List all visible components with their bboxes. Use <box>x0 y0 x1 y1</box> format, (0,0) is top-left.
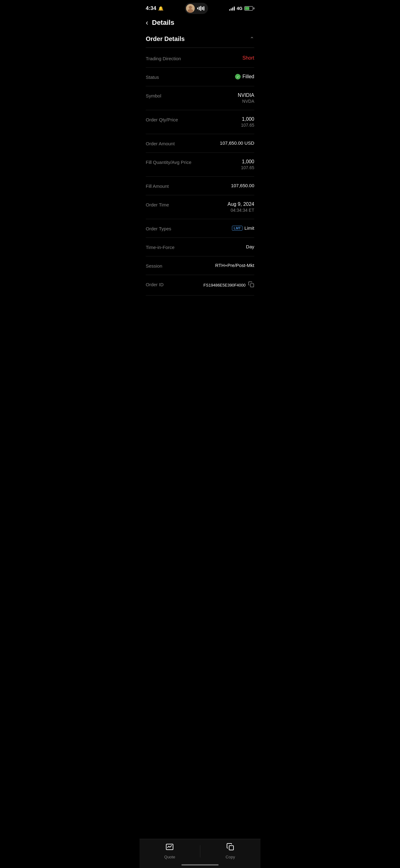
order-qty-secondary: 107.65 <box>241 123 254 128</box>
symbol-label: Symbol <box>146 93 161 98</box>
time-in-force-row: Time-in-Force Day <box>146 238 254 256</box>
header: ‹ Details <box>139 16 261 32</box>
order-types-row: Order Types LMT Limit <box>146 219 254 238</box>
battery: 38 <box>244 6 254 10</box>
page-title: Details <box>152 19 174 27</box>
fill-qty-price-value: 1,000 107.65 <box>241 159 254 170</box>
order-types-label: Order Types <box>146 225 171 231</box>
svg-rect-3 <box>251 284 254 287</box>
order-details-section-header: Order Details ⌃ <box>146 32 254 48</box>
order-id-row: Order ID FS19486E5E390F4000 <box>146 275 254 296</box>
svg-point-1 <box>189 6 192 9</box>
svg-point-2 <box>188 9 193 13</box>
trading-direction-value: Short <box>242 55 254 61</box>
order-time-secondary: 04:34:34 ET <box>231 208 254 213</box>
fill-qty-price-label: Fill Quantity/Avg Price <box>146 159 191 165</box>
collapse-icon[interactable]: ⌃ <box>249 36 254 42</box>
order-id-label: Order ID <box>146 281 164 287</box>
fill-amount-value: 107,650.00 <box>231 183 254 188</box>
session-value: RTH+Pre/Post-Mkt <box>215 262 254 268</box>
lmt-badge: LMT <box>232 226 243 231</box>
status-center <box>185 3 208 14</box>
symbol-value: NVIDIA NVDA <box>238 93 254 104</box>
order-qty-price-row: Order Qty/Price 1,000 107.65 <box>146 110 254 134</box>
symbol-primary: NVIDIA <box>238 93 254 98</box>
order-amount-label: Order Amount <box>146 140 174 146</box>
status-right: 4G 38 <box>229 6 254 11</box>
order-id-text: FS19486E5E390F4000 <box>203 283 245 287</box>
content: Order Details ⌃ Trading Direction Short … <box>139 32 261 327</box>
fill-qty-secondary: 107.65 <box>241 165 254 170</box>
order-amount-value: 107,650.00 USD <box>220 140 254 146</box>
audio-bars <box>197 6 204 11</box>
status-left: 4:34 🔔 <box>146 5 163 11</box>
fill-qty-price-row: Fill Quantity/Avg Price 1,000 107.65 <box>146 153 254 177</box>
order-types-text: Limit <box>244 225 254 231</box>
status-bar: 4:34 🔔 <box>139 0 261 16</box>
order-time-row: Order Time Aug 9, 2024 04:34:34 ET <box>146 195 254 219</box>
status-label: Status <box>146 74 159 80</box>
status-time: 4:34 <box>146 5 156 11</box>
order-types-value: LMT Limit <box>232 225 254 231</box>
status-value: ✓ Filled <box>235 74 254 80</box>
copy-order-id-icon[interactable] <box>248 281 254 289</box>
avatar-pill <box>185 3 208 14</box>
order-qty-primary: 1,000 <box>242 116 254 122</box>
time-in-force-label: Time-in-Force <box>146 244 174 250</box>
bell-icon: 🔔 <box>158 6 163 11</box>
order-qty-price-value: 1,000 107.65 <box>241 116 254 128</box>
fill-amount-label: Fill Amount <box>146 183 169 189</box>
trading-direction-row: Trading Direction Short <box>146 49 254 68</box>
status-row: Status ✓ Filled <box>146 68 254 86</box>
status-dot-icon: ✓ <box>235 74 241 80</box>
order-qty-price-label: Order Qty/Price <box>146 116 178 122</box>
back-button[interactable]: ‹ <box>146 19 148 26</box>
signal-bars <box>229 6 235 10</box>
order-id-value: FS19486E5E390F4000 <box>203 281 254 289</box>
session-label: Session <box>146 262 162 269</box>
trading-direction-label: Trading Direction <box>146 55 181 61</box>
order-amount-row: Order Amount 107,650.00 USD <box>146 134 254 153</box>
session-row: Session RTH+Pre/Post-Mkt <box>146 256 254 275</box>
symbol-secondary: NVDA <box>242 99 254 104</box>
fill-qty-primary: 1,000 <box>242 159 254 164</box>
order-time-label: Order Time <box>146 202 169 207</box>
symbol-row: Symbol NVIDIA NVDA <box>146 86 254 110</box>
order-time-primary: Aug 9, 2024 <box>228 202 254 207</box>
order-time-value: Aug 9, 2024 04:34:34 ET <box>228 202 254 213</box>
status-text: Filled <box>242 74 254 80</box>
fill-amount-row: Fill Amount 107,650.00 <box>146 177 254 195</box>
network-label: 4G <box>237 6 242 11</box>
section-title: Order Details <box>146 35 185 42</box>
avatar <box>186 4 195 13</box>
time-in-force-value: Day <box>246 244 254 249</box>
